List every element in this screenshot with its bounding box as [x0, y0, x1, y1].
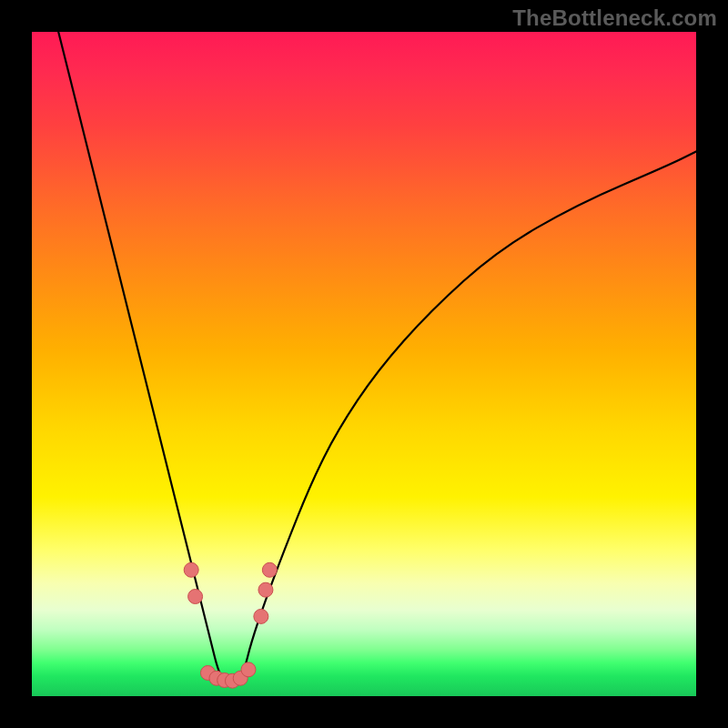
chart-overlay — [32, 32, 696, 696]
watermark-text: TheBottleneck.com — [512, 5, 717, 31]
marker-point — [188, 590, 203, 604]
plot-area — [32, 32, 696, 696]
marker-point — [184, 562, 198, 577]
marker-point — [258, 582, 273, 597]
chart-frame: TheBottleneck.com — [0, 0, 728, 728]
curve-markers — [184, 562, 277, 688]
marker-point — [241, 662, 256, 677]
bottleneck-curve — [58, 32, 696, 682]
marker-point — [262, 562, 277, 577]
marker-point — [254, 609, 268, 623]
